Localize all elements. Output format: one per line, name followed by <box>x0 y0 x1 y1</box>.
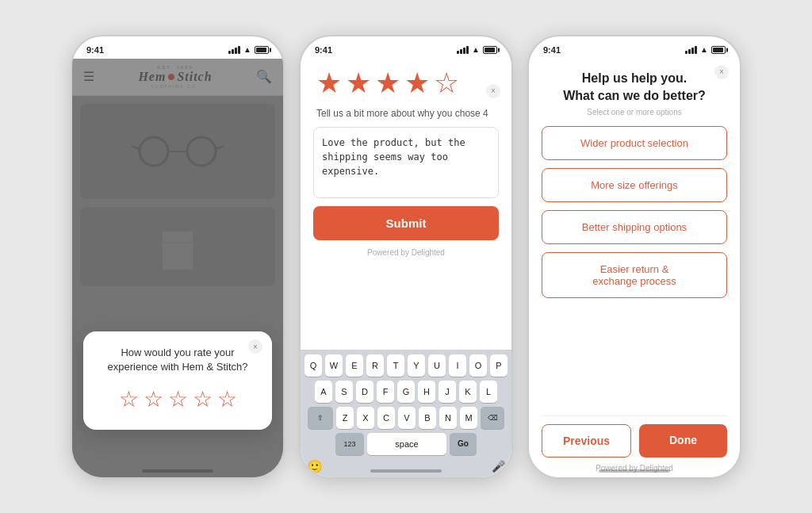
key-q[interactable]: Q <box>304 354 322 377</box>
star-5[interactable]: ☆ <box>217 386 237 412</box>
star-3[interactable]: ☆ <box>168 386 188 412</box>
key-y[interactable]: Y <box>408 354 425 377</box>
key-z[interactable]: Z <box>336 407 354 429</box>
signal-bar-1 <box>228 51 231 54</box>
battery-icon-2 <box>483 46 497 54</box>
p2-star-5[interactable]: ☆ <box>434 67 459 100</box>
kb-row-2: A S D F G H J K L <box>304 381 508 403</box>
dictate-key[interactable]: 🎤 <box>492 460 505 473</box>
signal-bar-2 <box>232 49 234 54</box>
p2-stars-row[interactable]: ★ ★ ★ ★ ☆ <box>313 67 499 100</box>
key-space[interactable]: space <box>367 433 446 455</box>
key-k[interactable]: K <box>459 381 477 403</box>
p2-star-1[interactable]: ★ <box>316 67 342 100</box>
signal-bars-3 <box>685 46 697 54</box>
p2-star-4[interactable]: ★ <box>404 67 430 100</box>
star-4[interactable]: ☆ <box>193 386 213 412</box>
signal-bar-4 <box>238 46 240 54</box>
key-w[interactable]: W <box>325 354 343 377</box>
done-button[interactable]: Done <box>639 424 727 457</box>
keyboard: Q W E R T Y U I O P A S D F G H <box>301 350 511 477</box>
phone-1: 9:41 ▲ ☰ EST. 1960 <box>71 35 285 479</box>
p3-title: Help us help you.What can we do better? <box>542 70 727 105</box>
key-t[interactable]: T <box>387 354 404 377</box>
key-go[interactable]: Go <box>450 433 477 455</box>
battery-fill-3 <box>713 48 723 52</box>
p2-powered-label: Powered by Delighted <box>313 248 499 260</box>
battery-icon-1 <box>255 46 269 54</box>
p3-subtitle: Select one or more options <box>542 108 727 117</box>
p2-star-3[interactable]: ★ <box>375 67 400 100</box>
wifi-icon-2: ▲ <box>472 45 480 54</box>
key-shift[interactable]: ⇧ <box>308 407 333 429</box>
key-i[interactable]: I <box>449 354 466 377</box>
key-p[interactable]: P <box>490 354 508 377</box>
status-icons-3: ▲ <box>685 45 726 54</box>
emoji-key[interactable]: 🙂 <box>307 459 323 474</box>
p3-close-button[interactable]: × <box>714 65 729 79</box>
key-o[interactable]: O <box>469 354 487 377</box>
status-icons-2: ▲ <box>457 45 497 54</box>
kb-row-4: 123 space Go <box>304 433 508 455</box>
key-nums[interactable]: 123 <box>335 433 364 455</box>
status-icons-1: ▲ <box>228 45 269 54</box>
p3-footer: Previous Done <box>542 415 727 464</box>
key-b[interactable]: B <box>419 407 436 429</box>
key-a[interactable]: A <box>315 381 332 403</box>
previous-button[interactable]: Previous <box>542 424 631 457</box>
option-returns[interactable]: Easier return &exchange process <box>542 252 727 298</box>
stars-row[interactable]: ☆ ☆ ☆ ☆ ☆ <box>96 386 259 412</box>
signal-bars-1 <box>228 46 240 54</box>
phones-container: 9:41 ▲ ☰ EST. 1960 <box>55 19 757 495</box>
option-shipping[interactable]: Better shipping options <box>542 210 727 244</box>
signal-bar-2-1 <box>457 51 459 54</box>
phone-notch-1 <box>142 36 213 54</box>
phone-notch-3 <box>599 36 670 54</box>
battery-fill-2 <box>485 48 495 52</box>
submit-button[interactable]: Submit <box>313 206 499 240</box>
phone-3: 9:41 ▲ × Help us help you.What can we do… <box>527 35 741 479</box>
key-s[interactable]: S <box>335 381 353 403</box>
wifi-icon-3: ▲ <box>700 45 708 54</box>
signal-bar-2-4 <box>466 46 469 54</box>
star-2[interactable]: ☆ <box>144 386 163 412</box>
key-c[interactable]: C <box>377 407 395 429</box>
key-backspace[interactable]: ⌫ <box>481 407 504 429</box>
signal-bar-3-3 <box>691 48 694 54</box>
phone-2: 9:41 ▲ × ★ ★ ★ <box>299 35 513 479</box>
signal-bar-2-2 <box>460 49 462 54</box>
key-n[interactable]: N <box>439 407 457 429</box>
key-m[interactable]: M <box>460 407 477 429</box>
modal-close-button[interactable]: × <box>248 339 262 354</box>
option-size-offerings[interactable]: More size offerings <box>542 168 727 202</box>
signal-bars-2 <box>457 46 469 54</box>
signal-bar-3-2 <box>688 49 691 54</box>
phone3-body: × Help us help you.What can we do better… <box>529 59 740 477</box>
key-x[interactable]: X <box>357 407 374 429</box>
key-l[interactable]: L <box>480 381 497 403</box>
key-j[interactable]: J <box>439 381 456 403</box>
home-indicator-1 <box>142 469 213 473</box>
signal-bar-3-1 <box>685 51 688 54</box>
battery-icon-3 <box>711 46 726 54</box>
key-d[interactable]: D <box>356 381 373 403</box>
phone-notch-2 <box>370 36 442 54</box>
p2-close-button[interactable]: × <box>486 84 500 98</box>
p2-star-2[interactable]: ★ <box>346 67 371 100</box>
p2-feedback-textarea[interactable] <box>313 127 499 198</box>
star-1[interactable]: ☆ <box>119 386 139 412</box>
key-r[interactable]: R <box>366 354 384 377</box>
key-v[interactable]: V <box>398 407 416 429</box>
key-g[interactable]: G <box>397 381 415 403</box>
key-f[interactable]: F <box>377 381 394 403</box>
signal-bar-3 <box>235 48 237 54</box>
key-u[interactable]: U <box>428 354 446 377</box>
battery-fill-1 <box>256 48 266 52</box>
key-e[interactable]: E <box>346 354 363 377</box>
home-indicator-3 <box>599 469 670 473</box>
key-h[interactable]: H <box>418 381 435 403</box>
signal-bar-2-3 <box>463 48 465 54</box>
rating-modal: × How would you rate your experience wit… <box>83 331 272 429</box>
p2-rating-label: Tell us a bit more about why you chose 4 <box>313 108 499 119</box>
option-wider-selection[interactable]: Wider product selection <box>542 126 727 160</box>
